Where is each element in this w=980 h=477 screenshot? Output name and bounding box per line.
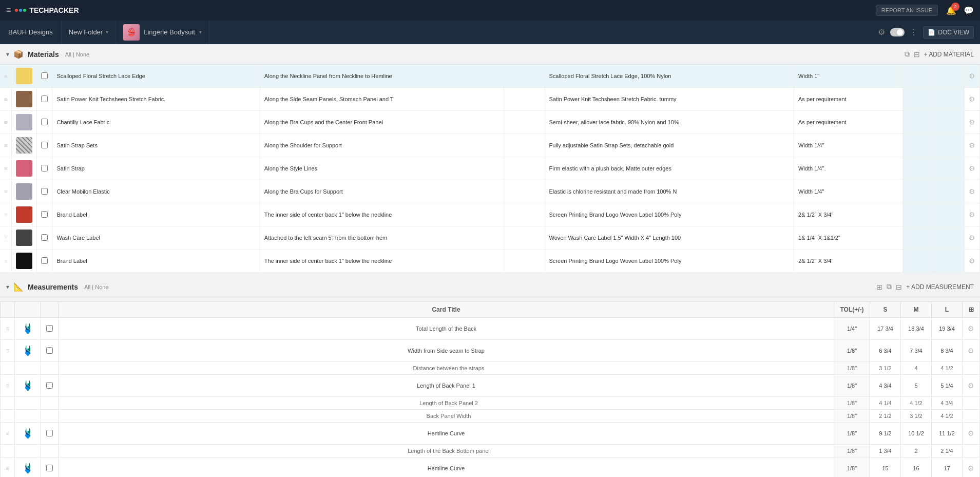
sub-checkbox-cell [41,410,59,423]
material-checkbox[interactable] [41,188,48,195]
material-row: ≡ Scalloped Floral Stretch Lace Edge Alo… [0,65,980,88]
add-measurement-button[interactable]: + ADD MEASUREMENT [906,283,974,291]
material-settings-icon[interactable]: ⚙ [969,164,975,173]
meas-checkbox-cell [41,375,59,397]
material-settings-icon[interactable]: ⚙ [969,141,975,149]
brand-name: TECHPACKER [29,6,79,14]
sub-l-cell: 4 1/2 [932,410,963,423]
meas-drag-icon[interactable]: ≡ [6,465,9,472]
measurements-filter-icon[interactable]: ⊟ [896,283,902,291]
brand-tab[interactable]: BAUH Designs [0,21,62,44]
material-checkbox[interactable] [41,142,48,148]
extra-col-2 [934,180,965,203]
material-checkbox[interactable] [41,96,48,102]
folder-tab-label: New Folder [69,28,103,36]
material-checkbox[interactable] [41,165,48,171]
extra-col-1 [903,134,934,157]
report-issue-button[interactable]: REPORT AN ISSUE [876,5,938,16]
drag-handle-icon[interactable]: ≡ [4,96,7,102]
drag-handle-icon[interactable]: ≡ [4,165,7,171]
measurements-section-header[interactable]: ▾ 📐 Measurements All | None ⊞ ⧉ ⊟ + ADD … [0,277,980,297]
sub-m-cell: 4 [901,362,932,375]
meas-checkbox[interactable] [46,325,53,332]
description-cell: Woven Wash Care Label 1.5" Width X 4" Le… [545,226,794,250]
material-settings-icon[interactable]: ⚙ [969,187,975,196]
description-cell: Fully adjustable Satin Strap Sets, detac… [545,134,794,157]
meas-drag-icon[interactable]: ≡ [6,347,9,354]
toggle-switch[interactable] [890,28,905,36]
material-row: ≡ Wash Care Label Attached to the left s… [0,226,980,250]
material-checkbox[interactable] [41,119,48,125]
placement-cell: Along the Bra Cups and the Center Front … [260,111,504,134]
checkbox-cell [37,157,52,180]
meas-checkbox[interactable] [46,347,53,354]
width-text: 2& 1/2" X 3/4" [798,258,833,264]
meas-settings-icon[interactable]: ⚙ [968,464,974,472]
materials-copy-icon[interactable]: ⧉ [905,50,910,59]
materials-filter-icon[interactable]: ⊟ [914,50,920,59]
sub-gear-cell [963,397,980,410]
thumbnail-cell [12,226,37,250]
secondary-navigation: BAUH Designs New Folder ▾ 👙 Lingerie Bod… [0,21,980,44]
hamburger-menu[interactable]: ≡ [6,6,11,15]
extra-cell-1 [504,88,545,111]
meas-settings-icon[interactable]: ⚙ [968,347,974,355]
meas-drag-icon[interactable]: ≡ [6,382,9,389]
settings-icon[interactable]: ⚙ [878,27,885,37]
drag-handle-icon[interactable]: ≡ [4,119,7,125]
column-settings-icon[interactable]: ⊞ [969,306,974,313]
measurements-all-label[interactable]: All | None [84,284,109,290]
drag-handle-icon[interactable]: ≡ [4,235,7,241]
material-settings-icon[interactable]: ⚙ [969,72,975,80]
meas-checkbox[interactable] [46,430,53,436]
measurements-copy-icon[interactable]: ⧉ [887,282,892,291]
material-settings-icon[interactable]: ⚙ [969,118,975,126]
material-settings-icon[interactable]: ⚙ [969,257,975,265]
drag-handle-icon[interactable]: ≡ [4,188,7,195]
meas-settings-icon[interactable]: ⚙ [968,429,974,437]
product-tab[interactable]: 👙 Lingerie Bodysuit ▾ [116,21,209,44]
meas-settings-icon[interactable]: ⚙ [968,381,974,390]
meas-drag-icon[interactable]: ≡ [6,325,9,332]
more-options-icon[interactable]: ⋮ [910,27,918,37]
sub-m-cell: 3 1/2 [901,410,932,423]
material-checkbox[interactable] [41,234,48,241]
materials-section-header[interactable]: ▾ 📦 Materials All | None ⧉ ⊟ + ADD MATER… [0,44,980,65]
drag-handle-icon[interactable]: ≡ [4,212,7,218]
sub-l-cell: 4 1/2 [932,362,963,375]
drag-handle-cell: ≡ [0,111,12,134]
checkbox-cell [37,134,52,157]
description-cell: Screen Printing Brand Logo Woven Label 1… [545,203,794,226]
measurements-actions: ⊞ ⧉ ⊟ + ADD MEASUREMENT [876,282,974,291]
material-settings-icon[interactable]: ⚙ [969,234,975,242]
material-settings-icon[interactable]: ⚙ [969,95,975,103]
measurement-sub-row: Length of Back Panel 2 1/8" 4 1/4 4 1/2 … [1,397,980,410]
meas-thumb-cell: 🩱 [15,375,41,397]
description-text: Woven Wash Care Label 1.5" Width X 4" Le… [549,235,681,241]
notification-bell[interactable]: 🔔 2 [946,6,956,15]
col-thumb [15,302,41,318]
measurement-row: ≡ 🩱 Hemline Curve 1/8" 9 1/2 10 1/2 11 1… [1,423,980,445]
doc-view-button[interactable]: 📄 DOC VIEW [923,26,974,39]
material-checkbox[interactable] [41,257,48,264]
meas-checkbox[interactable] [46,382,53,389]
drag-handle-icon[interactable]: ≡ [4,142,7,148]
drag-handle-icon[interactable]: ≡ [4,258,7,264]
material-checkbox[interactable] [41,72,48,79]
chat-icon[interactable]: 💬 [964,6,974,15]
doc-view-icon: 📄 [928,29,935,36]
material-settings-icon[interactable]: ⚙ [969,211,975,219]
meas-checkbox[interactable] [46,465,53,471]
meas-settings-icon[interactable]: ⚙ [968,325,974,333]
materials-icon: 📦 [13,49,24,59]
measurements-grid-icon[interactable]: ⊞ [876,283,882,291]
meas-drag-icon[interactable]: ≡ [6,430,9,437]
drag-handle-icon[interactable]: ≡ [4,73,7,79]
col-tol: TOL(+/-) [834,302,870,318]
materials-all-label[interactable]: All | None [65,51,90,58]
add-material-button[interactable]: + ADD MATERIAL [924,51,974,58]
material-checkbox[interactable] [41,211,48,218]
thumbnail-cell [12,157,37,180]
meas-tol-cell: 1/8" [834,340,870,362]
folder-tab[interactable]: New Folder ▾ [62,21,116,44]
